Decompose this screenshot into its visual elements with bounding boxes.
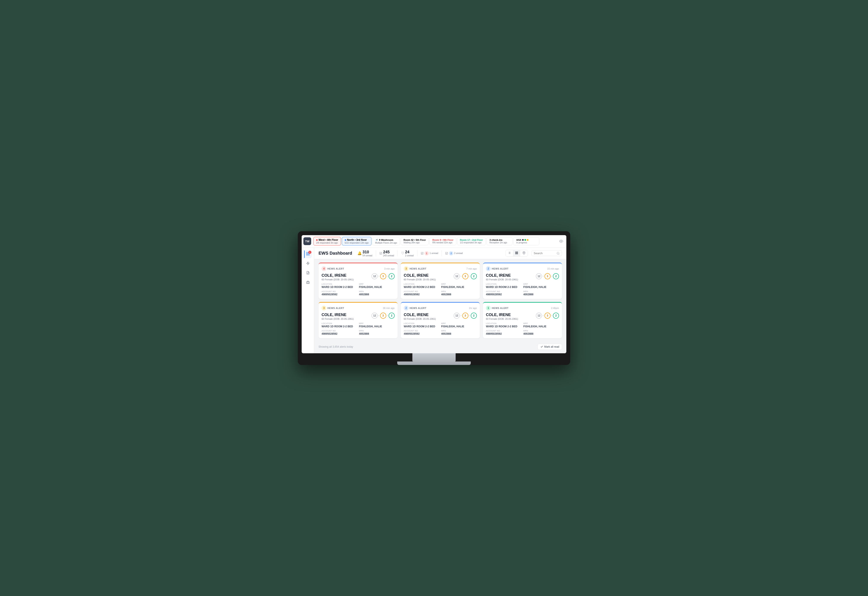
grid-view-button[interactable]: [513, 250, 520, 256]
mrp-label-4: MRP: [441, 322, 477, 324]
alert-card-0[interactable]: 4 HEWS ALERT 3 min ago COLE, IRENE 60 Fe…: [319, 263, 398, 299]
sidebar-item-lightning[interactable]: [304, 260, 312, 268]
tab-checkins-label: 3 check-ins: [489, 239, 502, 241]
tab-washroom-sub: Multiple Floors 2m ago: [375, 242, 397, 244]
score-1-4: 12: [454, 313, 460, 319]
field-mrp-2: MRP FISHLEIGH, HALIE: [523, 283, 559, 288]
field-account-0: Account No 49895028592: [322, 290, 357, 296]
red-stat[interactable]: ☑ 1 1 unread: [421, 251, 438, 256]
sidebar-item-dashboard[interactable]: 2: [304, 250, 312, 258]
footer-row: Showing all 3,654 alerts today Mark all …: [319, 342, 562, 350]
showing-text: Showing all 3,654 alerts today: [319, 345, 353, 348]
field-mrp-0: MRP FISHLEIGH, HALIE: [359, 283, 395, 288]
hews-num-0: 4: [322, 266, 326, 271]
score-1-1: 12: [454, 273, 460, 279]
tab-west-4th[interactable]: West • 4th Floor 2/6 responded 3m ago: [313, 237, 341, 245]
hews-badge-3: 3 HEWS ALERT: [322, 306, 383, 311]
field-mrn-1: MRN 4002888: [441, 290, 477, 296]
arrow-1-5: ›: [543, 314, 543, 317]
tab-room42[interactable]: Room 42 • 5th Floor Waiting 28m ago: [401, 237, 429, 245]
patient-info-3: 60 Female (DOB: 20-05-1961): [322, 318, 354, 320]
field-account-2: Account No 49895028592: [486, 290, 521, 296]
active-bar: [304, 250, 305, 258]
score-2-5: 3: [545, 313, 551, 319]
card-fields-1: Location WARD 1D ROOM 2-2 BED MRP FISHLE…: [404, 283, 477, 296]
tab-room9[interactable]: Room 9 • 9th Floor RN needed 32m ago: [430, 237, 456, 245]
svg-rect-8: [306, 281, 309, 283]
blue-stat[interactable]: ☑ 2 2 unread: [445, 251, 462, 256]
divider-1: [376, 250, 376, 256]
monitor-base: [397, 361, 471, 365]
list-view-button[interactable]: [506, 250, 513, 256]
card-header-2: 2 HEWS ALERT 15 min ago: [486, 266, 559, 271]
account-label-4: Account No: [404, 330, 439, 332]
vitals-stat[interactable]: ♡ 24 2 unread: [401, 250, 413, 257]
account-label-3: Account No: [322, 330, 357, 332]
patient-name-4: COLE, IRENE: [404, 313, 436, 317]
tab-progress[interactable]: 4•54 In progress: [513, 237, 539, 245]
tab-dot-red: [316, 239, 318, 241]
card-time-0: 3 min ago: [384, 268, 395, 270]
card-time-2: 15 min ago: [547, 268, 559, 270]
eye-button[interactable]: [558, 238, 565, 245]
search-input[interactable]: [534, 251, 555, 255]
tasks-stat[interactable]: ☑ 245 243 unread: [379, 250, 394, 257]
dot-green: [524, 239, 526, 241]
view-toggle: [505, 250, 528, 257]
arrow-1-0: ›: [378, 275, 379, 277]
field-location-1: Location WARD 1D ROOM 2-2 BED: [404, 283, 439, 288]
card-time-1: 7 min ago: [466, 268, 477, 270]
alert-card-1[interactable]: 3 HEWS ALERT 7 min ago COLE, IRENE 60 Fe…: [401, 263, 480, 299]
patient-name-3: COLE, IRENE: [322, 313, 354, 317]
mark-all-label: Mark all read: [544, 345, 559, 348]
svg-point-20: [557, 252, 559, 254]
tab-washroom[interactable]: 🚿 9 Washroom Multiple Floors 2m ago: [372, 237, 400, 245]
sidebar-item-notes[interactable]: [304, 269, 312, 277]
patient-name-5: COLE, IRENE: [486, 313, 518, 317]
tab-room17[interactable]: Room 17 • 2nd Floor 1/2 responded 3m ago: [457, 237, 486, 245]
main-layout: 2: [302, 248, 566, 353]
score-3-5: 2: [553, 313, 559, 319]
alert-card-3[interactable]: 3 HEWS ALERT 36 min ago COLE, IRENE 60 F…: [319, 302, 398, 338]
patient-name-1: COLE, IRENE: [404, 273, 436, 278]
arrow-2-2: ›: [551, 275, 552, 277]
map-view-button[interactable]: [520, 250, 528, 256]
score-row-4: 12 › 3 › 2: [454, 313, 477, 319]
alerts-stat[interactable]: 🔔 310 54 unread: [357, 250, 372, 257]
tasks-sub: 243 unread: [383, 254, 394, 257]
search-bar[interactable]: [531, 250, 562, 256]
tab-room17-label: Room 17 • 2nd Floor: [460, 239, 483, 241]
logo-button[interactable]: TW: [303, 237, 311, 245]
location-label-4: Location: [404, 322, 439, 324]
tab-north-3rd[interactable]: North • 3rd floor 5/22 responded 13m ago: [342, 237, 372, 245]
field-mrn-5: MRN 4002888: [523, 330, 559, 335]
mrn-value-4: 4002888: [441, 332, 477, 335]
alert-card-2[interactable]: 2 HEWS ALERT 15 min ago COLE, IRENE 60 F…: [483, 263, 562, 299]
alerts-number: 310: [363, 250, 372, 254]
score-2-1: 3: [462, 273, 468, 279]
hews-label-1: HEWS ALERT: [410, 268, 427, 270]
vitals-number: 24: [405, 250, 413, 254]
location-label-0: Location: [322, 283, 357, 285]
score-3-1: 2: [471, 273, 477, 279]
content-area: EWS Dashboard 🔔 310 54 unread ☑: [314, 248, 566, 353]
field-mrn-3: MRN 4002888: [359, 330, 395, 335]
score-row-1: 12 › 3 › 2: [454, 273, 477, 279]
mrn-label-2: MRN: [523, 290, 559, 293]
dashboard-header: EWS Dashboard 🔔 310 54 unread ☑: [314, 248, 566, 259]
hews-label-3: HEWS ALERT: [328, 307, 344, 309]
tab-checkins[interactable]: 3 check-ins Reception 1hr ago: [487, 237, 512, 245]
alert-card-4[interactable]: 2 HEWS ALERT 1hr ago COLE, IRENE 60 Fema…: [401, 302, 480, 338]
cards-grid: 4 HEWS ALERT 3 min ago COLE, IRENE 60 Fe…: [319, 263, 562, 338]
account-value-3: 49895028592: [322, 332, 357, 335]
arrow-2-4: ›: [469, 314, 470, 317]
card-fields-4: Location WARD 1D ROOM 2-2 BED MRP FISHLE…: [404, 322, 477, 335]
score-3-0: 2: [388, 273, 395, 279]
alert-card-5[interactable]: 1 HEWS ALERT 2:46pm COLE, IRENE 60 Femal…: [483, 302, 562, 338]
hews-label-0: HEWS ALERT: [328, 268, 344, 270]
hews-num-3: 3: [322, 306, 326, 311]
mark-all-read-button[interactable]: Mark all read: [537, 344, 562, 350]
divider-2: [397, 250, 398, 256]
card-fields-3: Location WARD 1D ROOM 2-2 BED MRP FISHLE…: [322, 322, 395, 335]
sidebar-item-tickets[interactable]: [304, 279, 312, 287]
